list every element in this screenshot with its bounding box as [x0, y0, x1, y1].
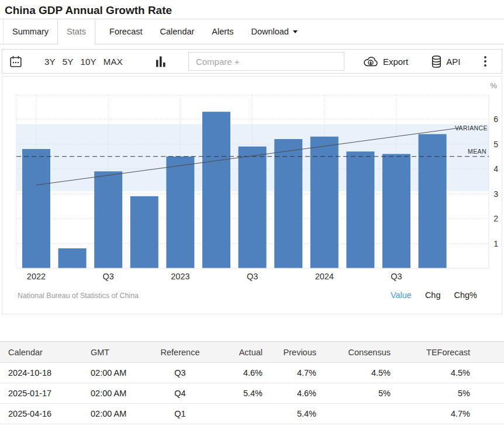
- svg-text:1: 1: [493, 239, 498, 248]
- table-cell: 2024-10-18: [0, 363, 91, 383]
- svg-text:Q3: Q3: [103, 272, 114, 281]
- table-cell: [316, 404, 391, 424]
- svg-text:2: 2: [493, 214, 498, 223]
- table-cell: 5%: [316, 383, 391, 404]
- svg-text:6: 6: [493, 115, 498, 124]
- table-cell: 2025-01-17: [0, 383, 91, 404]
- kebab-menu-icon: [484, 56, 486, 58]
- column-header-consensus: Consensus: [316, 342, 391, 363]
- range-buttons: 3Y 5Y 10Y MAX: [44, 57, 123, 67]
- calendar-table-header: CalendarGMTReferenceActualPreviousConsen…: [0, 342, 504, 363]
- table-cell: 4.7%: [391, 404, 504, 424]
- svg-text:2023: 2023: [171, 272, 189, 281]
- source-attribution: National Bureau of Statistics of China: [18, 292, 139, 300]
- table-cell: 5%: [391, 383, 504, 404]
- svg-text:2024: 2024: [315, 272, 334, 281]
- chg-pct-link[interactable]: Chg%: [454, 290, 478, 300]
- table-cell: 4.7%: [263, 363, 316, 383]
- table-row[interactable]: 2025-04-1602:00 AMQ15.4%4.7%: [0, 404, 504, 424]
- export-button[interactable]: Export: [363, 56, 408, 67]
- table-row[interactable]: 2024-10-1802:00 AMQ34.6%4.7%4.5%4.5%: [0, 363, 504, 383]
- table-cell: 5.4%: [201, 383, 263, 404]
- table-cell: Q4: [160, 383, 201, 404]
- table-cell: 2025-04-16: [0, 404, 91, 424]
- table-cell: 5.4%: [263, 404, 316, 424]
- bar-chart-icon: [156, 56, 166, 67]
- more-options-button[interactable]: [484, 56, 486, 67]
- date-range-calendar-button[interactable]: [9, 55, 22, 68]
- column-header-actual: Actual: [201, 342, 263, 363]
- series-mode-links: Value Chg Chg%: [391, 290, 477, 300]
- chevron-down-icon: [293, 30, 298, 33]
- tab-summary[interactable]: Summary: [3, 19, 58, 44]
- tab-alerts[interactable]: Alerts: [203, 19, 242, 44]
- range-5y-button[interactable]: 5Y: [63, 57, 74, 67]
- table-cell: 4.6%: [201, 363, 263, 383]
- table-cell: 02:00 AM: [91, 383, 160, 404]
- column-header-teforecast: TEForecast: [391, 342, 504, 363]
- svg-text:2022: 2022: [27, 272, 46, 281]
- tab-forecast[interactable]: Forecast: [101, 19, 151, 44]
- column-header-previous: Previous: [263, 342, 316, 363]
- chart-toolbar: 3Y 5Y 10Y MAX Export API: [2, 49, 502, 74]
- range-3y-button[interactable]: 3Y: [44, 57, 56, 67]
- svg-text:3: 3: [493, 189, 498, 199]
- table-cell: 4.6%: [263, 383, 316, 404]
- api-button[interactable]: API: [431, 56, 460, 68]
- table-row[interactable]: 2025-01-1702:00 AMQ45.4%4.6%5%5%: [0, 383, 504, 404]
- svg-text:MEAN: MEAN: [468, 148, 486, 155]
- svg-text:4: 4: [493, 164, 498, 174]
- tab-download[interactable]: Download: [242, 19, 306, 44]
- tab-stats[interactable]: Stats: [58, 19, 95, 44]
- chart-panel: 123456MEANVARIANCE2022Q32023Q32024Q3% Na…: [2, 76, 502, 314]
- svg-text:Q3: Q3: [247, 272, 258, 281]
- gdp-growth-bar-chart[interactable]: 123456MEANVARIANCE2022Q32023Q32024Q3%: [2, 77, 502, 314]
- svg-text:Q3: Q3: [391, 272, 402, 281]
- column-header-calendar: Calendar: [0, 342, 91, 363]
- compare-input[interactable]: [188, 52, 344, 71]
- page-title: China GDP Annual Growth Rate: [0, 0, 504, 19]
- tab-download-label: Download: [251, 27, 289, 36]
- table-cell: Q1: [160, 404, 201, 424]
- svg-text:5: 5: [493, 140, 498, 149]
- table-cell: 02:00 AM: [91, 404, 160, 424]
- tab-calendar[interactable]: Calendar: [151, 19, 203, 44]
- column-header-reference: Reference: [160, 342, 201, 363]
- cloud-download-icon: [363, 56, 378, 67]
- svg-text:%: %: [490, 81, 497, 90]
- export-label: Export: [383, 57, 408, 67]
- api-label: API: [446, 57, 460, 67]
- svg-text:VARIANCE: VARIANCE: [455, 124, 488, 131]
- range-10y-button[interactable]: 10Y: [81, 57, 96, 67]
- value-link[interactable]: Value: [391, 290, 412, 300]
- calendar-table: CalendarGMTReferenceActualPreviousConsen…: [0, 341, 504, 424]
- table-cell: 4.5%: [391, 363, 504, 383]
- table-cell: 4.5%: [316, 363, 391, 383]
- table-cell: [201, 404, 263, 424]
- chg-link[interactable]: Chg: [425, 290, 441, 300]
- calendar-icon: [9, 55, 22, 68]
- database-icon: [431, 56, 441, 68]
- table-cell: 02:00 AM: [91, 363, 160, 383]
- column-header-gmt: GMT: [91, 342, 160, 363]
- table-cell: Q3: [160, 363, 201, 383]
- chart-type-button[interactable]: [156, 56, 166, 67]
- tab-bar: Summary Stats Forecast Calendar Alerts D…: [0, 19, 504, 44]
- range-max-button[interactable]: MAX: [103, 57, 123, 67]
